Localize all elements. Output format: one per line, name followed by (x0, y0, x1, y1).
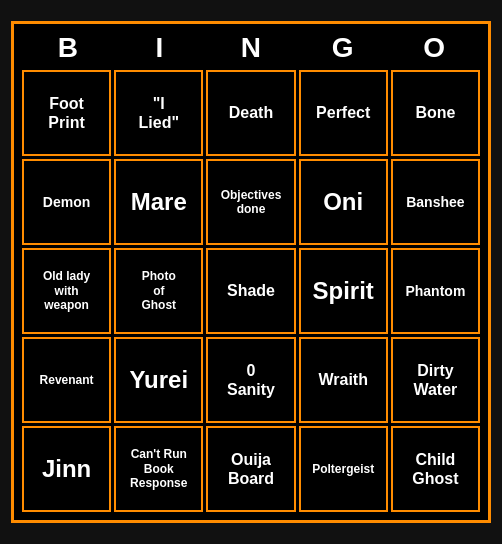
header-n: N (208, 32, 294, 64)
bingo-cell-10[interactable]: Old lady with weapon (22, 248, 111, 334)
bingo-cell-11[interactable]: Photo of Ghost (114, 248, 203, 334)
bingo-cell-1[interactable]: "I Lied" (114, 70, 203, 156)
bingo-cell-17[interactable]: 0 Sanity (206, 337, 295, 423)
header-b: B (25, 32, 111, 64)
header-g: G (300, 32, 386, 64)
bingo-cell-12[interactable]: Shade (206, 248, 295, 334)
bingo-cell-7[interactable]: Objectives done (206, 159, 295, 245)
bingo-cell-19[interactable]: Dirty Water (391, 337, 480, 423)
bingo-cell-6[interactable]: Mare (114, 159, 203, 245)
bingo-cell-18[interactable]: Wraith (299, 337, 388, 423)
bingo-cell-13[interactable]: Spirit (299, 248, 388, 334)
bingo-cell-24[interactable]: Child Ghost (391, 426, 480, 512)
bingo-cell-22[interactable]: Ouija Board (206, 426, 295, 512)
bingo-cell-0[interactable]: Foot Print (22, 70, 111, 156)
bingo-cell-5[interactable]: Demon (22, 159, 111, 245)
bingo-grid: Foot Print"I Lied"DeathPerfectBoneDemonM… (22, 70, 480, 512)
bingo-cell-9[interactable]: Banshee (391, 159, 480, 245)
bingo-cell-2[interactable]: Death (206, 70, 295, 156)
bingo-cell-20[interactable]: Jinn (22, 426, 111, 512)
bingo-cell-21[interactable]: Can't Run Book Response (114, 426, 203, 512)
bingo-cell-3[interactable]: Perfect (299, 70, 388, 156)
bingo-cell-16[interactable]: Yurei (114, 337, 203, 423)
bingo-cell-23[interactable]: Poltergeist (299, 426, 388, 512)
bingo-cell-4[interactable]: Bone (391, 70, 480, 156)
bingo-header: B I N G O (22, 32, 480, 64)
bingo-cell-8[interactable]: Oni (299, 159, 388, 245)
header-o: O (391, 32, 477, 64)
bingo-card: B I N G O Foot Print"I Lied"DeathPerfect… (11, 21, 491, 523)
bingo-cell-15[interactable]: Revenant (22, 337, 111, 423)
header-i: I (116, 32, 202, 64)
bingo-cell-14[interactable]: Phantom (391, 248, 480, 334)
